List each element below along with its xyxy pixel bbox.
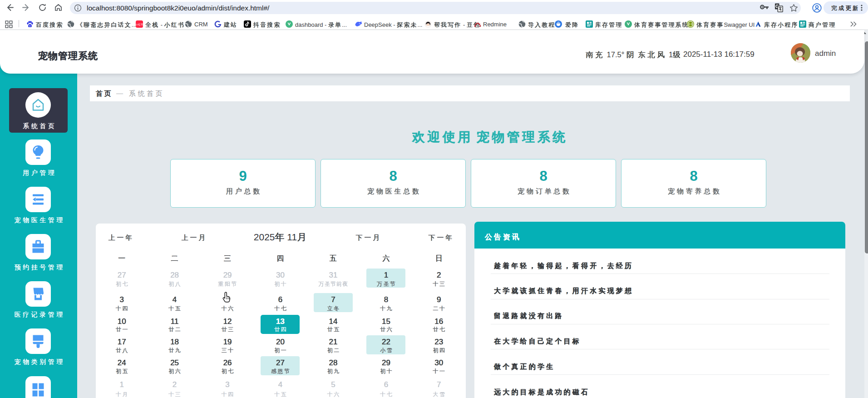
svg-text:du: du [29,25,31,27]
svg-text:小红书: 小红书 [136,23,143,26]
